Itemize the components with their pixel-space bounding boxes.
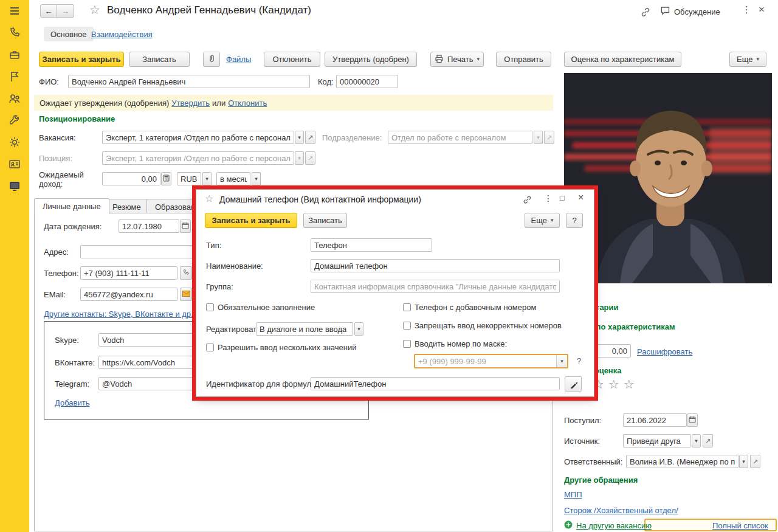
star-icon[interactable]: ☆ (624, 377, 635, 392)
plus-circle-icon[interactable] (564, 520, 573, 531)
required-checkbox[interactable]: Обязательное заполнение (206, 303, 315, 312)
score-button[interactable]: Оценка по характеристикам (564, 52, 681, 67)
department-dropdown-button[interactable]: ▾ (534, 131, 543, 144)
decode-link[interactable]: Расшифровать (637, 347, 692, 356)
period-dropdown-button[interactable]: ▾ (252, 172, 261, 185)
more-button[interactable]: Еще ▾ (729, 52, 766, 67)
forward-button[interactable]: → (57, 4, 74, 18)
back-button[interactable]: ← (40, 4, 57, 18)
mask-help-link[interactable]: ? (577, 356, 581, 365)
fill-identifier-button[interactable] (565, 376, 582, 392)
phone-icon[interactable] (7, 26, 22, 40)
period-select[interactable]: в месяц (216, 172, 250, 185)
multi-values-checkbox[interactable]: Разрешить ввод нескольких значений (206, 343, 356, 352)
tab-personal-data[interactable]: Личные данные (34, 198, 109, 214)
responsible-open-button[interactable]: ↗ (750, 455, 760, 468)
contacts-card-icon[interactable] (7, 157, 22, 171)
dialog-save-close-button[interactable]: Записать и закрыть (205, 213, 297, 228)
mask-checkbox[interactable]: Вводить номер по маске: (403, 339, 507, 348)
gear-icon[interactable] (7, 135, 22, 150)
fio-input[interactable] (68, 75, 310, 88)
source-input[interactable]: Приведи друга (623, 434, 691, 447)
multi-values-checkbox-label: Разрешить ввод нескольких значений (218, 343, 356, 352)
responsible-dropdown-button[interactable]: ▾ (739, 455, 748, 468)
star-icon[interactable]: ☆ (593, 377, 604, 392)
position-open-button[interactable]: ↗ (305, 151, 315, 165)
attach-button[interactable] (203, 52, 220, 67)
tab-interactions[interactable]: Взаимодействия (91, 30, 153, 39)
mask-input[interactable] (415, 355, 556, 367)
add-contact-link[interactable]: Добавить (55, 398, 89, 407)
checkbox-icon (403, 340, 411, 348)
group-input: Контактная информация справочника "Личны… (311, 280, 560, 293)
storozh-link[interactable]: Сторож /Хозяйственный отдел/ (564, 506, 678, 515)
other-vacancy-link[interactable]: На другую вакансию (576, 521, 652, 530)
received-calendar-button[interactable] (687, 413, 698, 427)
other-contacts-link[interactable]: Другие контакты: Skype, ВКонтакте и др. (44, 309, 193, 319)
briefcase-icon[interactable] (7, 47, 22, 62)
wrench-icon[interactable] (7, 113, 22, 128)
birthdate-input[interactable] (119, 219, 179, 233)
kebab-menu-icon[interactable]: ⋮ (544, 193, 553, 203)
vacancy-dropdown-button[interactable]: ▾ (295, 131, 304, 144)
menu-icon[interactable] (7, 4, 22, 18)
approve-button[interactable]: Утвердить (одобрен) (325, 52, 417, 67)
star-icon[interactable]: ☆ (608, 377, 619, 392)
send-button[interactable]: Отправить (496, 52, 551, 67)
birthdate-calendar-button[interactable] (180, 219, 191, 233)
window-close-icon[interactable]: × (759, 4, 765, 16)
people-icon[interactable] (7, 91, 22, 106)
income-calculator-button[interactable] (161, 172, 171, 185)
desktop-icon[interactable] (7, 179, 22, 193)
kebab-menu-icon[interactable]: ⋮ (742, 4, 751, 15)
print-button[interactable]: Печать ▾ (430, 52, 484, 67)
phone-input[interactable] (80, 266, 177, 280)
code-input[interactable] (336, 75, 398, 88)
notice-decline-link[interactable]: Отклонить (228, 98, 267, 108)
open-icon: ↗ (752, 458, 758, 466)
other-applications-title: Другие обращения (564, 475, 638, 485)
favorite-star-icon[interactable]: ☆ (205, 193, 213, 204)
full-list-link[interactable]: Полный список (712, 521, 768, 530)
vacancy-open-button[interactable]: ↗ (305, 131, 315, 144)
mpp-link[interactable]: МПП (564, 490, 582, 499)
get-link-icon[interactable] (639, 6, 650, 19)
discussion-button[interactable]: Обсуждение (660, 5, 720, 18)
dialog-more-button[interactable]: Еще ▾ (525, 213, 560, 228)
decline-button[interactable]: Отклонить (264, 52, 320, 67)
save-close-button[interactable]: Записать и закрыть (39, 52, 124, 67)
edit-select[interactable]: В диалоге и поле ввода (256, 322, 353, 336)
tab-resume[interactable]: Резюме (104, 199, 150, 214)
tab-main[interactable]: Основное (44, 27, 94, 41)
get-link-icon[interactable] (522, 195, 532, 206)
dialog-close-icon[interactable]: × (578, 192, 584, 203)
responsible-input[interactable]: Волина И.В. (Менеджер по пер (626, 455, 738, 468)
files-link[interactable]: Файлы (226, 55, 251, 64)
position-dropdown-button[interactable]: ▾ (295, 151, 304, 165)
dialog-save-button[interactable]: Записать (303, 213, 347, 228)
phone-call-button[interactable] (180, 266, 192, 280)
department-open-button[interactable]: ↗ (544, 131, 554, 144)
email-send-button[interactable] (180, 288, 192, 301)
type-input[interactable] (311, 238, 432, 252)
received-input[interactable] (623, 413, 687, 427)
dialog-help-button[interactable]: ? (566, 213, 583, 228)
flag-icon[interactable] (7, 69, 22, 84)
forbid-invalid-checkbox[interactable]: Запрещать ввод некорректных номеров (403, 321, 562, 330)
name-input[interactable] (311, 259, 560, 272)
notice-approve-link[interactable]: Утвердить (171, 98, 210, 108)
income-input[interactable] (102, 172, 160, 185)
edit-dropdown-button[interactable]: ▾ (354, 322, 363, 336)
identifier-input[interactable] (311, 377, 560, 390)
vacancy-input[interactable]: Эксперт, 1 категория /Отдел по работе с … (102, 131, 294, 144)
currency-dropdown-button[interactable]: ▾ (202, 172, 212, 185)
source-dropdown-button[interactable]: ▾ (692, 434, 701, 447)
source-open-button[interactable]: ↗ (703, 434, 713, 447)
currency-select[interactable]: RUB (177, 172, 201, 185)
mask-dropdown-button[interactable]: ▾ (556, 355, 567, 367)
email-input[interactable] (80, 288, 177, 301)
save-button[interactable]: Записать (129, 52, 190, 67)
extension-checkbox[interactable]: Телефон с добавочным номером (403, 303, 536, 312)
maximize-icon[interactable]: □ (560, 193, 565, 202)
favorite-star-icon[interactable]: ☆ (89, 2, 100, 17)
